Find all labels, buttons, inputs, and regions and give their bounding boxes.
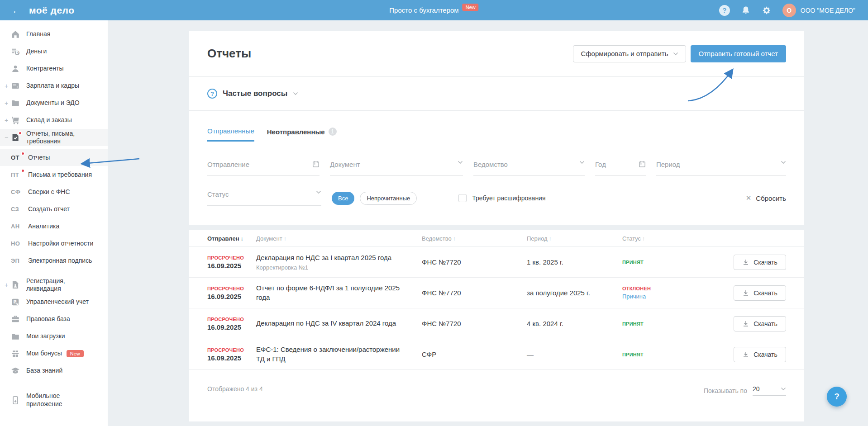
- reset-filters-button[interactable]: ✕ Сбросить: [746, 194, 786, 202]
- sidebar-subitem-но[interactable]: НОНастройки отчетности: [0, 235, 108, 252]
- download-button[interactable]: Скачать: [734, 285, 786, 301]
- download-button[interactable]: Скачать: [734, 255, 786, 270]
- chevron-down-icon: [316, 190, 321, 194]
- sidebar-item-правовая-база[interactable]: Правовая база: [0, 311, 108, 328]
- filter-placeholder: Отправление: [207, 161, 249, 168]
- expander-icon[interactable]: +: [4, 99, 9, 107]
- filter-document[interactable]: Документ: [330, 161, 463, 176]
- filter-placeholder: Ведомство: [473, 161, 508, 168]
- download-button[interactable]: Скачать: [734, 316, 786, 331]
- sidebar-subitem-label: Письма и требования: [28, 171, 92, 178]
- help-icon[interactable]: ?: [719, 5, 730, 16]
- send-ready-report-button[interactable]: Отправить готовый отчет: [691, 45, 786, 62]
- filter-year[interactable]: Год: [595, 161, 646, 176]
- close-icon: ✕: [746, 194, 752, 202]
- sidebar-item-регистрация-ликвидация[interactable]: +Регистрация, ликвидация: [0, 276, 108, 293]
- status-reason-link[interactable]: Причина: [622, 293, 734, 300]
- bell-icon[interactable]: [741, 5, 751, 15]
- table-row: ПРОСРОЧЕНО16.09.2025Декларация по НДС за…: [189, 246, 804, 277]
- calendar-icon: [639, 161, 646, 168]
- contractors-icon: [11, 64, 20, 73]
- column-agency[interactable]: Ведомство↑: [422, 235, 527, 242]
- sidebar-subitem-abbr: ПТ: [11, 171, 19, 178]
- sidebar-item-главная[interactable]: Главная: [0, 26, 108, 43]
- sidebar-item-label: Мои загрузки: [26, 332, 65, 341]
- sidebar-item-мобильное-приложение[interactable]: Мобильное приложение: [0, 386, 108, 408]
- sidebar-item-управленческий-учет[interactable]: РУправленческий учет: [0, 293, 108, 311]
- account-menu[interactable]: O ООО "МОЕ ДЕЛО": [782, 4, 855, 17]
- sidebar-item-label: Регистрация, ликвидация: [26, 277, 98, 293]
- agency-cell: СФР: [422, 350, 527, 358]
- status-cell: ОТКЛОНЕНПричина: [622, 286, 734, 300]
- filter-status[interactable]: Статус: [207, 190, 321, 206]
- action-cell: Скачать: [734, 347, 786, 362]
- sidebar-subitem-сз[interactable]: СЗСоздать отчет: [0, 200, 108, 218]
- column-period[interactable]: Период↑: [527, 235, 622, 242]
- sidebar-item-зарплата-и-кадры[interactable]: +Зарплата и кадры: [0, 77, 108, 95]
- downloads-icon: [11, 332, 20, 341]
- knowledge-icon: [11, 366, 20, 375]
- chevron-down-icon: [781, 387, 786, 391]
- per-page-select[interactable]: 20: [753, 385, 786, 396]
- document-title: ЕФС-1: Сведения о заключении/расторжении…: [256, 345, 410, 364]
- help-fab-button[interactable]: ?: [827, 387, 847, 407]
- download-button[interactable]: Скачать: [734, 347, 786, 362]
- table-row: ПРОСРОЧЕНО16.09.2025Декларация по НДС за…: [189, 308, 804, 339]
- column-sent[interactable]: Отправлен↓: [207, 235, 256, 242]
- account-name: ООО "МОЕ ДЕЛО": [801, 7, 855, 14]
- sidebar-subitem-от[interactable]: ОТОтчеты: [0, 149, 108, 166]
- download-label: Скачать: [754, 259, 777, 266]
- document-cell: ЕФС-1: Сведения о заключении/расторжении…: [256, 345, 422, 364]
- shown-count: Отображено 4 из 4: [207, 385, 263, 393]
- filter-pill-all[interactable]: Все: [332, 192, 354, 205]
- checkbox-icon: [458, 194, 467, 202]
- question-circle-icon: ?: [207, 89, 217, 99]
- logo[interactable]: моё дело: [29, 5, 75, 16]
- sidebar-item-документы-и-эдо[interactable]: +Документы и ЭДО: [0, 95, 108, 112]
- chevron-down-icon: [781, 161, 786, 164]
- sidebar-subitem-сф[interactable]: СФСверки с ФНС: [0, 183, 108, 200]
- sidebar: ГлавнаяРДеньгиКонтрагенты+Зарплата и кад…: [0, 20, 108, 426]
- document-title: Декларация по НДС за I квартал 2025 года: [256, 253, 410, 262]
- sidebar-item-label: Склад и заказы: [26, 116, 72, 124]
- sidebar-subitem-label: Аналитика: [28, 222, 59, 230]
- sidebar-item-деньги[interactable]: РДеньги: [0, 43, 108, 60]
- sidebar-item-склад-и-заказы[interactable]: +Склад и заказы: [0, 112, 108, 129]
- column-document[interactable]: Документ↑: [256, 235, 422, 242]
- expander-icon[interactable]: +: [4, 82, 9, 90]
- requires-decryption-checkbox[interactable]: Требует расшифрования: [458, 194, 545, 202]
- expander-icon[interactable]: +: [4, 117, 9, 124]
- tab-sent[interactable]: Отправленные: [207, 127, 254, 142]
- sidebar-subitem-эп[interactable]: ЭПЭлектронная подпись: [0, 252, 108, 269]
- filter-period[interactable]: Период: [656, 161, 786, 176]
- period-cell: за полугодие 2025 г.: [527, 289, 622, 297]
- notification-dot: [21, 169, 25, 173]
- column-status[interactable]: Статус↑: [622, 235, 734, 242]
- filters-row-1: Отправление Документ Ведомство Год: [207, 161, 786, 176]
- sidebar-item-отчеты-письма-требования[interactable]: −Отчеты, письма, требования: [0, 129, 108, 146]
- sidebar-subitem-пт[interactable]: ПТПисьма и требования: [0, 166, 108, 183]
- sidebar-item-label: Мои бонусы: [26, 350, 62, 358]
- sidebar-item-label: Контрагенты: [26, 65, 63, 73]
- status-badge: ПРИНЯТ: [622, 260, 734, 265]
- table-header: Отправлен↓ Документ↑ Ведомство↑ Период↑ …: [189, 230, 804, 246]
- sidebar-item-база-знаний[interactable]: База знаний: [0, 362, 108, 379]
- filter-sent-date[interactable]: Отправление: [207, 161, 320, 176]
- status-badge: ОТКЛОНЕН: [622, 286, 734, 291]
- sidebar-item-контрагенты[interactable]: Контрагенты: [0, 60, 108, 77]
- sidebar-item-мои-бонусы[interactable]: Мои бонусыNew: [0, 345, 108, 362]
- filter-pill-unread[interactable]: Непрочитанные: [360, 192, 417, 205]
- sidebar-subitem-ан[interactable]: АНАналитика: [0, 218, 108, 235]
- gear-icon[interactable]: [762, 5, 772, 15]
- faq-toggle[interactable]: ? Частые вопросы: [189, 77, 804, 111]
- status-cell: ПРИНЯТ: [622, 352, 734, 357]
- generate-and-send-button[interactable]: Сформировать и отправить: [573, 45, 686, 62]
- expander-icon[interactable]: +: [4, 281, 9, 289]
- expander-icon[interactable]: −: [4, 134, 9, 141]
- tab-unsent[interactable]: Неотправленные 1: [267, 127, 337, 142]
- checkbox-label: Требует расшифрования: [472, 194, 545, 202]
- chevron-down-icon: [579, 161, 585, 164]
- sidebar-item-мои-загрузки[interactable]: Мои загрузки: [0, 328, 108, 345]
- filter-agency[interactable]: Ведомство: [473, 161, 585, 176]
- back-arrow-icon[interactable]: ←: [12, 5, 22, 15]
